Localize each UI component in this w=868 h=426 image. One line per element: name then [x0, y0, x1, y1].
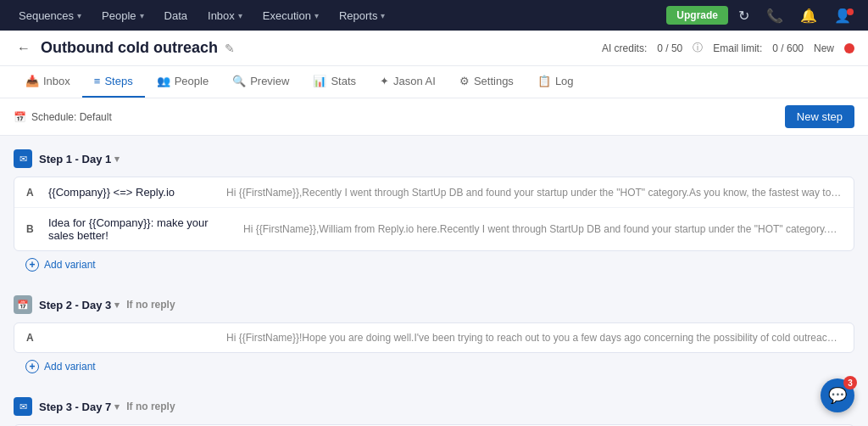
- tabs-row: 📥 Inbox ≡ Steps 👥 People 🔍 Preview 📊 Sta…: [0, 66, 868, 98]
- tab-inbox[interactable]: 📥 Inbox: [14, 66, 82, 98]
- inbox-icon: 📥: [25, 75, 39, 87]
- step-1-block: ✉ Step 1 - Day 1 ▾ A {{Company}} <=> Rep…: [14, 146, 854, 278]
- header-left: ← Outbound cold outreach ✎: [14, 39, 235, 57]
- tab-log[interactable]: 📋 Log: [526, 66, 586, 98]
- tab-stats[interactable]: 📊 Stats: [301, 66, 368, 98]
- header-right: AI credits: 0 / 50 ⓘ Email limit: 0 / 60…: [602, 41, 854, 55]
- step-3-title: Step 3 - Day 7 ▾ If no reply: [39, 401, 175, 413]
- stats-icon: 📊: [313, 75, 326, 87]
- ai-credits-label: AI credits:: [602, 42, 647, 54]
- step-2-title: Step 2 - Day 3 ▾ If no reply: [39, 299, 175, 311]
- top-navigation: Sequences ▾ People ▾ Data Inbox ▾ Execut…: [0, 0, 868, 31]
- status-label: New: [814, 42, 834, 54]
- chevron-icon: ▾: [77, 11, 81, 20]
- step-1-title: Step 1 - Day 1 ▾: [39, 153, 120, 165]
- upgrade-button[interactable]: Upgrade: [666, 6, 728, 25]
- step-2-add-variant[interactable]: + Add variant: [14, 353, 854, 380]
- step-3-header: ✉ Step 3 - Day 7 ▾ If no reply: [14, 394, 854, 419]
- chat-bubble[interactable]: 💬 3: [821, 378, 854, 412]
- ai-credits-value: 0 / 50: [657, 42, 682, 54]
- tab-jason-ai[interactable]: ✦ Jason AI: [368, 66, 448, 98]
- plus-circle-icon: +: [25, 258, 39, 272]
- nav-people[interactable]: People ▾: [93, 6, 152, 25]
- people-icon: 👥: [157, 75, 170, 87]
- step-3-block: ✉ Step 3 - Day 7 ▾ If no reply A Hi {{Fi…: [14, 394, 854, 426]
- tab-preview[interactable]: 🔍 Preview: [220, 66, 301, 98]
- page-header: ← Outbound cold outreach ✎ AI credits: 0…: [0, 31, 868, 66]
- chevron-icon: ▾: [140, 11, 144, 20]
- step-2-header: 📅 Step 2 - Day 3 ▾ If no reply: [14, 292, 854, 317]
- phone-button[interactable]: 📞: [760, 4, 790, 27]
- nav-inbox[interactable]: Inbox ▾: [199, 6, 251, 25]
- page-title: Outbound cold outreach: [41, 39, 218, 57]
- email-limit-label: Email limit:: [713, 42, 762, 54]
- main-content: ✉ Step 1 - Day 1 ▾ A {{Company}} <=> Rep…: [0, 136, 868, 426]
- chevron-icon: ▾: [381, 11, 385, 20]
- back-button[interactable]: ←: [14, 41, 34, 56]
- log-icon: 📋: [537, 75, 551, 87]
- step-2-variant-a[interactable]: A Hi {{FirstName}}!Hope you are doing we…: [14, 323, 854, 352]
- step-3-icon: ✉: [14, 397, 32, 416]
- step-1-add-variant[interactable]: + Add variant: [14, 251, 854, 278]
- tab-steps[interactable]: ≡ Steps: [82, 66, 145, 98]
- new-step-button[interactable]: New step: [785, 105, 854, 128]
- edit-icon[interactable]: ✎: [225, 42, 235, 55]
- refresh-button[interactable]: ↻: [732, 4, 756, 27]
- step-1-variant-a[interactable]: A {{Company}} <=> Reply.io Hi {{FirstNam…: [14, 177, 854, 208]
- chat-icon: 💬: [828, 386, 847, 405]
- step-2-chevron[interactable]: ▾: [114, 300, 120, 311]
- schedule-bar: 📅 Schedule: Default New step: [0, 98, 868, 136]
- tab-people[interactable]: 👥 People: [145, 66, 220, 98]
- step-3-chevron[interactable]: ▾: [114, 401, 120, 412]
- step-1-variant-b[interactable]: B Idea for {{Company}}: make your sales …: [14, 208, 854, 250]
- chat-badge: 3: [843, 376, 857, 390]
- settings-icon: ⚙: [459, 75, 470, 87]
- status-dot: [844, 43, 854, 53]
- step-1-chevron[interactable]: ▾: [114, 154, 120, 165]
- ai-icon: ✦: [380, 75, 389, 87]
- steps-icon: ≡: [94, 75, 101, 87]
- preview-icon: 🔍: [232, 75, 246, 87]
- nav-reports[interactable]: Reports ▾: [331, 6, 394, 25]
- schedule-icon: 📅: [14, 111, 26, 123]
- chevron-icon: ▾: [238, 11, 242, 20]
- nav-sequences[interactable]: Sequences ▾: [10, 6, 90, 25]
- plus-circle-icon: +: [25, 360, 39, 373]
- nav-data[interactable]: Data: [156, 6, 196, 25]
- chevron-icon: ▾: [314, 11, 319, 20]
- step-2-variants: A Hi {{FirstName}}!Hope you are doing we…: [14, 322, 854, 353]
- nav-execution[interactable]: Execution ▾: [254, 6, 327, 25]
- step-2-block: 📅 Step 2 - Day 3 ▾ If no reply A Hi {{Fi…: [14, 292, 854, 380]
- step-1-variants: A {{Company}} <=> Reply.io Hi {{FirstNam…: [14, 177, 854, 251]
- step-2-icon: 📅: [14, 295, 32, 314]
- schedule-label: 📅 Schedule: Default: [14, 111, 112, 123]
- step-1-header: ✉ Step 1 - Day 1 ▾: [14, 146, 854, 171]
- ai-info-icon[interactable]: ⓘ: [693, 41, 703, 55]
- email-limit-value: 0 / 600: [772, 42, 804, 54]
- notification-dot: [847, 8, 854, 15]
- tab-settings[interactable]: ⚙ Settings: [448, 66, 526, 98]
- step-1-icon: ✉: [14, 149, 32, 168]
- bell-button[interactable]: 🔔: [793, 4, 824, 27]
- user-button[interactable]: 👤: [827, 4, 858, 27]
